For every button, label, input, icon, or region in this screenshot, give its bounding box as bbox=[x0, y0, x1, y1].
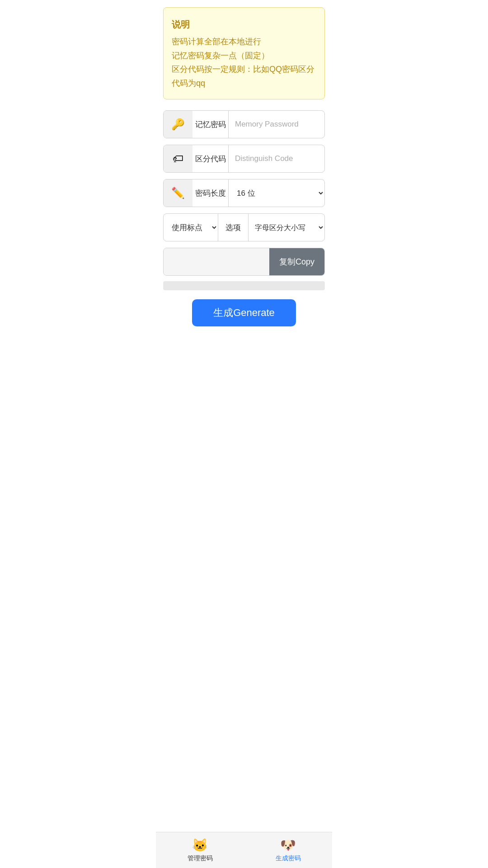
result-text bbox=[164, 248, 269, 275]
dog-icon: 🐶 bbox=[280, 838, 296, 853]
length-label: 密码长度 bbox=[192, 179, 229, 207]
info-line2: 记忆密码复杂一点（固定） bbox=[172, 49, 316, 63]
main-content: 说明 密码计算全部在本地进行 记忆密码复杂一点（固定） 区分代码按一定规则：比如… bbox=[156, 0, 332, 868]
distinguish-code-input[interactable] bbox=[229, 145, 325, 172]
distinguish-label: 区分代码 bbox=[192, 145, 229, 172]
nav-label-generate: 生成密码 bbox=[276, 854, 301, 863]
memory-password-row: 🔑 记忆密码 bbox=[163, 110, 325, 138]
nav-item-manage[interactable]: 🐱 管理密码 bbox=[156, 834, 244, 866]
bottom-nav: 🐱 管理密码 🐶 生成密码 bbox=[156, 832, 332, 868]
nav-item-generate[interactable]: 🐶 生成密码 bbox=[244, 834, 332, 866]
info-line3: 区分代码按一定规则：比如QQ密码区分代码为qq bbox=[172, 62, 316, 90]
password-length-select[interactable]: 8 位 12 位 16 位 20 位 24 位 32 位 bbox=[229, 179, 324, 207]
copy-button[interactable]: 复制Copy bbox=[269, 248, 324, 275]
info-title: 说明 bbox=[172, 17, 316, 32]
nav-label-manage: 管理密码 bbox=[188, 854, 213, 863]
options-divider-label: 选项 bbox=[218, 214, 249, 241]
password-length-row: ✏️ 密码长度 8 位 12 位 16 位 20 位 24 位 32 位 bbox=[163, 179, 325, 207]
cat-icon: 🐱 bbox=[192, 838, 208, 853]
generate-button[interactable]: 生成Generate bbox=[192, 299, 296, 326]
memory-label: 记忆密码 bbox=[192, 111, 229, 138]
pencil-icon: ✏️ bbox=[164, 179, 192, 207]
info-box: 说明 密码计算全部在本地进行 记忆密码复杂一点（固定） 区分代码按一定规则：比如… bbox=[163, 7, 325, 99]
key-icon: 🔑 bbox=[164, 111, 192, 138]
distinguish-code-row: 🏷 区分代码 bbox=[163, 145, 325, 173]
result-row: 复制Copy bbox=[163, 248, 325, 276]
info-line1: 密码计算全部在本地进行 bbox=[172, 35, 316, 49]
options-row: 使用标点 不用标点 选项 字母区分大小写 字母不区分大小写 bbox=[163, 213, 325, 241]
memory-password-input[interactable] bbox=[229, 111, 325, 138]
punctuation-select[interactable]: 使用标点 不用标点 bbox=[164, 214, 218, 241]
tag-icon: 🏷 bbox=[164, 145, 192, 172]
case-select[interactable]: 字母区分大小写 字母不区分大小写 bbox=[249, 214, 324, 241]
progress-bar bbox=[163, 281, 325, 290]
